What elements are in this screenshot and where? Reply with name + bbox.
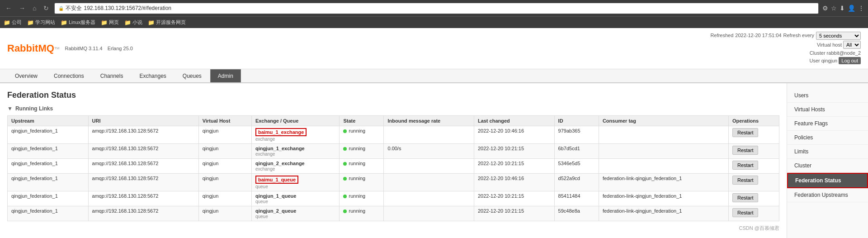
cell-consumer-tag: federation-link-qingjun_federation_1 (599, 173, 728, 191)
cell-operations: Restart (728, 143, 779, 158)
cell-last-changed: 2022-12-20 10:21:15 (474, 158, 554, 173)
tab-connections[interactable]: Connections (46, 69, 92, 82)
refresh-select[interactable]: 5 seconds 10 seconds 30 seconds 60 secon… (816, 32, 861, 40)
cell-consumer-tag (599, 126, 728, 143)
cell-id: 5346e5d5 (554, 158, 599, 173)
sidebar-item-limits[interactable]: Limits (787, 145, 868, 159)
status-dot (343, 129, 347, 133)
bookmark-label: 网页 (109, 19, 119, 26)
menu-icon[interactable]: ⋮ (858, 5, 864, 12)
refresh-row: Refreshed 2022-12-20 17:51:04 Refresh ev… (711, 32, 861, 40)
restart-button[interactable]: Restart (732, 161, 758, 170)
browser-toolbar: ⚙ ☆ ⬇ 👤 ⋮ (822, 5, 864, 12)
virtual-host-select[interactable]: All (843, 41, 861, 49)
sidebar-item-federation-status[interactable]: Federation Status (787, 173, 868, 188)
cell-consumer-tag: federation-link-qingjun_federation_1 (599, 206, 728, 221)
th-exchange-queue: Exchange / Queue (251, 115, 340, 126)
cell-inbound-rate (384, 191, 474, 206)
cluster-row: Cluster rabbit@node_2 (711, 49, 861, 57)
cell-uri: amqp://192.168.130.128:5672 (88, 158, 198, 173)
cell-operations: Restart (728, 206, 779, 221)
address-bar[interactable]: 🔒 不安全 192.168.130.129:15672/#/federation (54, 3, 819, 14)
cell-inbound-rate (384, 173, 474, 191)
cell-uri: amqp://192.168.130.128:5672 (88, 143, 198, 158)
restart-button[interactable]: Restart (732, 176, 758, 185)
logo-area: RabbitMQTM RabbitMQ 3.11.4 Erlang 25.0 (7, 43, 137, 54)
table-header-row: Upstream URI Virtual Host Exchange / Que… (8, 115, 779, 126)
sidebar-item-policies[interactable]: Policies (787, 131, 868, 145)
cell-operations: Restart (728, 191, 779, 206)
nav-refresh-button[interactable]: ↻ (42, 4, 51, 13)
bookmark-company[interactable]: 📁 公司 (4, 19, 22, 26)
cell-upstream: qingjun_federation_1 (8, 206, 89, 221)
cell-exchange-queue: qingjun_1_queue queue (251, 191, 340, 206)
cell-uri: amqp://192.168.130.128:5672 (88, 126, 198, 143)
nav-home-button[interactable]: ⌂ (31, 4, 38, 13)
bookmark-linux[interactable]: 📁 Linux服务器 (61, 19, 95, 26)
content-area: Federation Status ▼ Running Links Upstre… (0, 83, 787, 238)
section-label: Running Links (15, 105, 53, 112)
sidebar-item-users[interactable]: Users (787, 89, 868, 103)
cell-id: 85411484 (554, 191, 599, 206)
cell-upstream: qingjun_federation_1 (8, 191, 89, 206)
tab-channels[interactable]: Channels (93, 69, 131, 82)
sidebar-item-cluster[interactable]: Cluster (787, 159, 868, 173)
collapse-arrow: ▼ (7, 105, 13, 112)
cell-operations: Restart (728, 158, 779, 173)
logo-text: RabbitMQ (7, 43, 54, 54)
cell-last-changed: 2022-12-20 10:46:16 (474, 173, 554, 191)
th-id: ID (554, 115, 599, 126)
cell-exchange-queue: qingjun_1_exchange exchange (251, 143, 340, 158)
nav-forward-button[interactable]: → (17, 4, 27, 13)
tab-overview[interactable]: Overview (7, 69, 45, 82)
sidebar-item-feature-flags[interactable]: Feature Flags (787, 117, 868, 131)
bookmark-web[interactable]: 📁 网页 (101, 19, 119, 26)
logo-tm: TM (54, 46, 60, 50)
restart-button[interactable]: Restart (732, 208, 758, 217)
restart-button[interactable]: Restart (732, 193, 758, 202)
folder-icon: 📁 (4, 19, 10, 26)
right-sidebar: Users Virtual Hosts Feature Flags Polici… (787, 83, 868, 238)
star-icon[interactable]: ☆ (831, 5, 837, 12)
profile-icon[interactable]: 👤 (848, 5, 855, 12)
bookmark-label: 学习网站 (35, 19, 55, 26)
table-row: qingjun_federation_1 amqp://192.168.130.… (8, 173, 779, 191)
logout-button[interactable]: Log out (839, 57, 861, 64)
section-header[interactable]: ▼ Running Links (7, 105, 779, 112)
nav-tabs: Overview Connections Channels Exchanges … (0, 69, 868, 83)
tab-exchanges[interactable]: Exchanges (132, 69, 174, 82)
bookmark-novel[interactable]: 📁 小说 (124, 19, 142, 26)
cell-inbound-rate: 0.00/s (384, 143, 474, 158)
table-row: qingjun_federation_1 amqp://192.168.130.… (8, 206, 779, 221)
cell-exchange-queue: qingjun_2_queue queue (251, 206, 340, 221)
bookmark-study[interactable]: 📁 学习网站 (27, 19, 55, 26)
th-last-changed: Last changed (474, 115, 554, 126)
top-right-info: Refreshed 2022-12-20 17:51:04 Refresh ev… (711, 32, 861, 65)
folder-icon: 📁 (124, 19, 131, 26)
nav-back-button[interactable]: ← (4, 4, 14, 13)
cell-operations: Restart (728, 173, 779, 191)
status-dot (343, 162, 347, 166)
cell-upstream: qingjun_federation_1 (8, 173, 89, 191)
bookmark-label: 小说 (132, 19, 142, 26)
user-label: User (809, 58, 820, 63)
main-content: Federation Status ▼ Running Links Upstre… (0, 83, 868, 238)
tab-admin[interactable]: Admin (210, 69, 241, 82)
cell-operations: Restart (728, 126, 779, 143)
cell-vhost: qingjun (198, 191, 251, 206)
cell-consumer-tag (599, 143, 728, 158)
bookmark-opensource[interactable]: 📁 开源服务网页 (148, 19, 186, 26)
cell-state: running (340, 158, 384, 173)
cell-exchange-queue: baimu_1_queue queue (251, 173, 340, 191)
sidebar-item-federation-upstreams[interactable]: Federation Upstreams (787, 188, 868, 202)
restart-button[interactable]: Restart (732, 128, 758, 137)
extensions-icon[interactable]: ⚙ (822, 5, 828, 12)
tab-queues[interactable]: Queues (175, 69, 209, 82)
cell-uri: amqp://192.168.130.128:5672 (88, 206, 198, 221)
restart-button[interactable]: Restart (732, 146, 758, 155)
folder-icon: 📁 (27, 19, 34, 26)
sidebar-item-virtual-hosts[interactable]: Virtual Hosts (787, 103, 868, 117)
th-upstream: Upstream (8, 115, 89, 126)
table-row: qingjun_federation_1 amqp://192.168.130.… (8, 143, 779, 158)
download-icon[interactable]: ⬇ (840, 5, 845, 12)
